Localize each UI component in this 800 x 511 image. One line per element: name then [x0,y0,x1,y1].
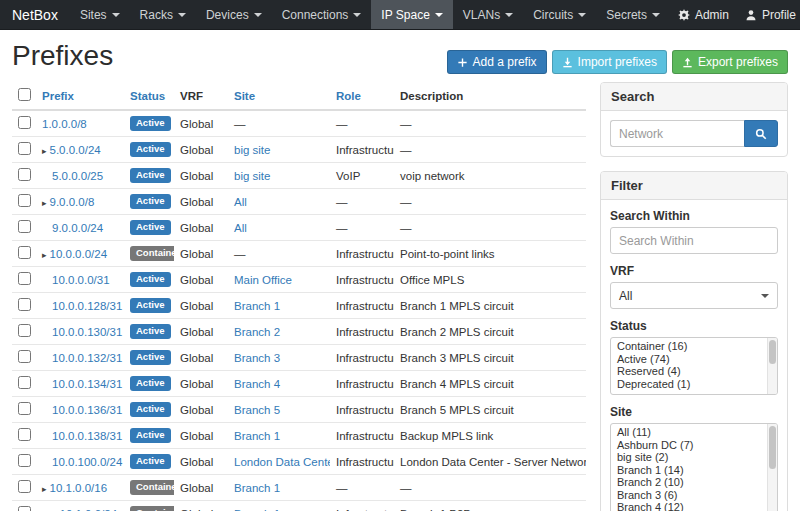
expand-arrow-icon: ▸ [42,198,47,208]
nav-item-connections[interactable]: Connections [272,0,372,29]
prefix-link[interactable]: 10.1.0.0/16 [50,482,108,494]
prefix-link[interactable]: 10.0.0.0/24 [50,248,108,260]
row-checkbox[interactable] [18,428,31,441]
site-link[interactable]: Branch 1 [234,508,280,511]
site-link[interactable]: Main Office [234,274,292,286]
search-button[interactable] [744,120,778,147]
add-a-prefix-button[interactable]: Add a prefix [447,50,547,74]
site-link[interactable]: Branch 1 [234,430,280,442]
prefix-link[interactable]: 9.0.0.0/24 [52,222,103,234]
site-link[interactable]: Branch 2 [234,326,280,338]
row-checkbox[interactable] [18,272,31,285]
listbox-option[interactable]: Branch 3 (6) [611,489,765,502]
listbox-option[interactable]: Branch 1 (14) [611,464,765,477]
chevron-down-icon [761,294,769,298]
prefix-link[interactable]: 5.0.0.0/25 [52,170,103,182]
listbox-option[interactable]: Active (74) [611,353,765,366]
site-link[interactable]: Branch 5 [234,404,280,416]
row-checkbox[interactable] [18,168,31,181]
nav-item-vlans[interactable]: VLANs [453,0,523,29]
scrollbar-thumb[interactable] [769,426,776,469]
netbox-brand[interactable]: NetBox [8,0,70,29]
site-link[interactable]: Branch 4 [234,378,280,390]
row-checkbox[interactable] [18,454,31,467]
site-link[interactable]: big site [234,144,270,156]
table-row: ▸5.0.0.0/24ActiveGlobalbig siteInfrastru… [12,137,586,163]
scrollbar[interactable] [767,338,777,394]
nav-item-circuits[interactable]: Circuits [523,0,596,29]
prefix-link[interactable]: 10.0.0.132/31 [52,352,122,364]
prefix-link[interactable]: 10.0.0.134/31 [52,378,122,390]
row-checkbox[interactable] [18,116,31,129]
listbox-option[interactable]: Branch 2 (10) [611,476,765,489]
row-checkbox[interactable] [18,402,31,415]
row-checkbox[interactable] [18,376,31,389]
table-row: ▸10.1.0.0/16ContainerGlobalBranch 1—— [12,475,586,501]
site-link[interactable]: All [234,222,247,234]
row-checkbox[interactable] [18,298,31,311]
scrollbar-thumb[interactable] [769,340,776,364]
column-sort-site[interactable]: Site [234,90,255,102]
prefix-link[interactable]: 1.0.0.0/8 [42,118,87,130]
site-link[interactable]: Branch 1 [234,300,280,312]
row-checkbox[interactable] [18,506,31,511]
site-link[interactable]: Branch 3 [234,352,280,364]
filter-listbox-status[interactable]: Container (16)Active (74)Reserved (4)Dep… [610,337,778,395]
site-link[interactable]: London Data Center [234,456,330,468]
search-input[interactable] [610,120,744,147]
column-sort-prefix[interactable]: Prefix [42,90,74,102]
row-checkbox[interactable] [18,194,31,207]
prefix-link[interactable]: 10.1.0.0/24 [60,508,118,511]
scrollbar[interactable] [767,424,777,511]
prefix-link[interactable]: 10.0.0.138/31 [52,430,122,442]
site-link[interactable]: Branch 1 [234,482,280,494]
listbox-option[interactable]: Deprecated (1) [611,378,765,391]
chevron-down-icon [435,13,443,17]
nav-item-devices[interactable]: Devices [196,0,272,29]
export-prefixes-button[interactable]: Export prefixes [672,50,788,74]
listbox-option[interactable]: Branch 4 (12) [611,501,765,511]
column-sort-status[interactable]: Status [130,90,165,102]
role-cell: Infrastructure [330,267,394,293]
site-link[interactable]: big site [234,170,270,182]
filter-listbox-site[interactable]: All (11)Ashburn DC (7)big site (2)Branch… [610,423,778,511]
prefix-link[interactable]: 10.0.0.136/31 [52,404,122,416]
listbox-option[interactable]: Ashburn DC (7) [611,439,765,452]
nav-item-racks[interactable]: Racks [130,0,196,29]
nav-item-secrets[interactable]: Secrets [596,0,670,29]
prefix-link[interactable]: 10.0.0.130/31 [52,326,122,338]
vrf-cell: Global [174,137,228,163]
filter-select-vrf[interactable]: All [610,282,778,309]
prefix-link[interactable]: 10.0.0.0/31 [52,274,110,286]
nav-admin[interactable]: Admin [670,0,737,29]
prefix-link[interactable]: 5.0.0.0/24 [50,144,101,156]
select-all-checkbox[interactable] [18,88,31,101]
nav-item-ip-space[interactable]: IP Space [371,0,452,29]
column-sort-role[interactable]: Role [336,90,361,102]
prefix-link[interactable]: 10.0.100.0/24 [52,456,122,468]
row-checkbox[interactable] [18,324,31,337]
table-row: 10.0.100.0/24ActiveGlobalLondon Data Cen… [12,449,586,475]
nav-profile[interactable]: Profile [737,0,800,29]
listbox-option[interactable]: Reserved (4) [611,365,765,378]
listbox-option[interactable]: All (11) [611,426,765,439]
table-row: ▸10.0.0.0/24ContainerGlobal—Infrastructu… [12,241,586,267]
button-label: Add a prefix [473,55,537,69]
status-badge: Container [130,506,174,511]
row-checkbox[interactable] [18,350,31,363]
prefix-link[interactable]: 10.0.0.128/31 [52,300,122,312]
nav-item-sites[interactable]: Sites [70,0,130,29]
row-checkbox[interactable] [18,246,31,259]
row-checkbox[interactable] [18,142,31,155]
site-link[interactable]: All [234,196,247,208]
listbox-option[interactable]: Container (16) [611,340,765,353]
row-checkbox[interactable] [18,220,31,233]
table-row: 10.0.0.134/31ActiveGlobalBranch 4Infrast… [12,371,586,397]
vrf-cell: Global [174,215,228,241]
import-prefixes-button[interactable]: Import prefixes [552,50,667,74]
row-checkbox[interactable] [18,480,31,493]
description-cell: Branch 5 MPLS circuit [394,397,586,423]
listbox-option[interactable]: big site (2) [611,451,765,464]
filter-input-search-within[interactable] [610,227,778,254]
prefix-link[interactable]: 9.0.0.0/8 [50,196,95,208]
